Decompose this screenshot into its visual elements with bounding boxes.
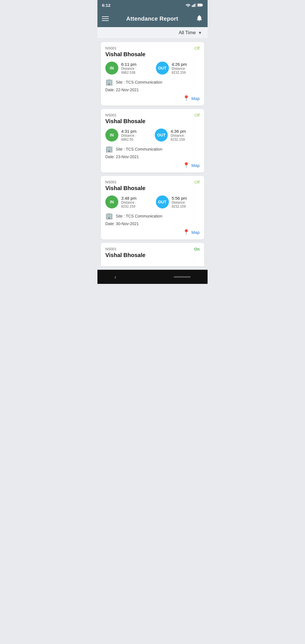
site-text-3: Site : TCS Communication <box>116 214 162 218</box>
card-id-4: NS001 <box>105 247 117 251</box>
out-time-3: 5:56 pm <box>172 196 200 201</box>
site-row-1: 🏢 Site : TCS Communication <box>105 79 200 86</box>
inout-row-2: IN 4:31 pm Distance : 6862.55 OUT 4:36 p… <box>105 129 200 142</box>
card-header-2: NS001 Off <box>105 113 200 118</box>
out-item-3: OUT 5:56 pm Distance: 8232.159 <box>156 195 200 208</box>
date-text-3: Date: 30-Nov-2021 <box>105 221 200 226</box>
inout-row-1: IN 6:11 pm Distance : 6862.538 OUT 4:26 … <box>105 62 200 75</box>
in-item-3: IN 3:48 pm Distance : 8232.159 <box>105 195 150 208</box>
out-badge-3: OUT <box>156 195 169 208</box>
out-details-3: 5:56 pm Distance: 8232.159 <box>172 196 200 208</box>
svg-rect-4 <box>195 3 196 7</box>
out-badge-1: OUT <box>156 62 169 75</box>
in-distance-3: Distance : 8232.159 <box>121 201 150 208</box>
card-header-1: NS001 Off <box>105 46 200 51</box>
out-distance-2: Distance: 8232.159 <box>171 134 200 142</box>
svg-rect-2 <box>193 5 194 7</box>
card-status-4: On <box>194 247 200 251</box>
dropdown-arrow-icon: ▼ <box>198 31 202 35</box>
building-icon-1: 🏢 <box>105 79 113 86</box>
in-time-3: 3:48 pm <box>121 196 150 201</box>
map-pin-icon-1: 📍 <box>183 95 190 102</box>
card-id-3: NS001 <box>105 180 117 184</box>
status-time: 6:12 <box>102 3 110 8</box>
building-icon-3: 🏢 <box>105 212 113 220</box>
card-name-3: Vishal Bhosale <box>105 185 200 192</box>
out-distance-3: Distance: 8232.159 <box>172 201 200 208</box>
notifications-button[interactable] <box>196 14 203 23</box>
site-text-2: Site : TCS Communication <box>116 147 162 151</box>
out-details-2: 4:36 pm Distance: 8232.159 <box>171 129 200 142</box>
battery-icon: ⚡ <box>197 3 203 7</box>
in-distance-1: Distance : 6862.538 <box>121 67 150 75</box>
filter-label: All Time <box>179 30 196 36</box>
page-title: Attendance Report <box>126 16 178 22</box>
back-button[interactable]: ‹ <box>114 274 116 280</box>
svg-point-0 <box>188 6 189 7</box>
attendance-card-4-partial: NS001 On Vishal Bhosale <box>101 243 204 266</box>
map-link-1[interactable]: Map <box>191 96 200 101</box>
card-status-1: Off <box>195 46 200 51</box>
site-text-1: Site : TCS Communication <box>116 80 162 84</box>
map-row-3: 📍 Map <box>105 229 200 236</box>
status-bar: 6:12 ⚡ <box>97 0 208 10</box>
in-details-1: 6:11 pm Distance : 6862.538 <box>121 62 150 75</box>
map-pin-icon-2: 📍 <box>183 162 190 169</box>
attendance-card-2: NS001 Off Vishal Bhosale IN 4:31 pm Dist… <box>101 109 204 173</box>
date-text-2: Date: 23-Nov-2021 <box>105 155 200 159</box>
in-details-2: 4:31 pm Distance : 6862.55 <box>121 129 149 142</box>
in-time-2: 4:31 pm <box>121 129 149 134</box>
svg-rect-6 <box>202 5 203 6</box>
card-name-4: Vishal Bhosale <box>105 252 200 258</box>
in-time-1: 6:11 pm <box>121 62 150 67</box>
filter-bar: All Time ▼ <box>97 27 208 39</box>
site-row-3: 🏢 Site : TCS Communication <box>105 212 200 220</box>
building-icon-2: 🏢 <box>105 145 113 153</box>
map-row-2: 📍 Map <box>105 162 200 169</box>
svg-text:⚡: ⚡ <box>199 5 201 6</box>
in-item-1: IN 6:11 pm Distance : 6862.538 <box>105 62 150 75</box>
attendance-card-1: NS001 Off Vishal Bhosale IN 6:11 pm Dist… <box>101 42 204 106</box>
card-name-1: Vishal Bhosale <box>105 51 200 58</box>
map-row-1: 📍 Map <box>105 95 200 102</box>
attendance-card-3: NS001 Off Vishal Bhosale IN 3:48 pm Dist… <box>101 176 204 240</box>
svg-rect-3 <box>194 4 195 7</box>
in-badge-3: IN <box>105 195 118 208</box>
card-header-3: NS001 Off <box>105 180 200 184</box>
in-badge-1: IN <box>105 62 118 75</box>
out-item-2: OUT 4:36 pm Distance: 8232.159 <box>155 129 200 142</box>
out-time-2: 4:36 pm <box>171 129 200 134</box>
site-row-2: 🏢 Site : TCS Communication <box>105 145 200 153</box>
out-distance-1: Distance: 8232.159 <box>172 67 200 75</box>
hamburger-menu-button[interactable] <box>102 16 109 21</box>
map-link-3[interactable]: Map <box>191 230 200 235</box>
out-item-1: OUT 4:26 pm Distance: 8232.159 <box>156 62 200 75</box>
map-link-2[interactable]: Map <box>191 163 200 168</box>
status-icons: ⚡ <box>186 3 203 7</box>
signal-icon <box>192 3 196 7</box>
card-header-4: NS001 On <box>105 247 200 251</box>
out-details-1: 4:26 pm Distance: 8232.159 <box>172 62 200 75</box>
in-badge-2: IN <box>105 129 118 142</box>
in-details-3: 3:48 pm Distance : 8232.159 <box>121 196 150 208</box>
app-header: Attendance Report <box>97 10 208 27</box>
out-time-1: 4:26 pm <box>172 62 200 67</box>
card-status-2: Off <box>195 113 200 118</box>
bottom-navigation: ‹ <box>97 270 208 284</box>
svg-rect-1 <box>192 6 193 7</box>
out-badge-2: OUT <box>155 129 168 142</box>
home-indicator <box>174 276 191 278</box>
wifi-icon <box>186 3 191 7</box>
in-item-2: IN 4:31 pm Distance : 6862.55 <box>105 129 149 142</box>
card-id-1: NS001 <box>105 46 117 50</box>
card-name-2: Vishal Bhosale <box>105 118 200 125</box>
inout-row-3: IN 3:48 pm Distance : 8232.159 OUT 5:56 … <box>105 195 200 208</box>
time-filter-dropdown[interactable]: All Time ▼ <box>179 30 202 36</box>
date-text-1: Date: 22-Nov-2021 <box>105 88 200 92</box>
card-status-3: Off <box>195 180 200 184</box>
in-distance-2: Distance : 6862.55 <box>121 134 149 142</box>
card-id-2: NS001 <box>105 113 117 117</box>
main-content: NS001 Off Vishal Bhosale IN 6:11 pm Dist… <box>97 39 208 270</box>
map-pin-icon-3: 📍 <box>183 229 190 236</box>
